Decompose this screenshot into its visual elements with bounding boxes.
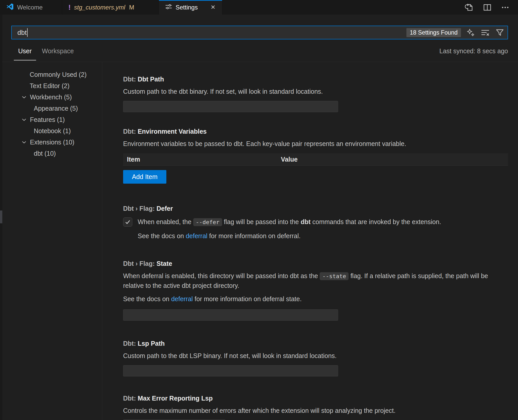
setting-description: When enabled, the --defer flag will be p…: [138, 217, 441, 227]
last-synced-status: Last synced: 8 secs ago: [439, 47, 508, 55]
scrollbar-thumb[interactable]: [0, 211, 2, 223]
defer-flag-code: --defer: [193, 218, 222, 226]
docs-note: See the docs on deferral for more inform…: [123, 294, 508, 304]
open-changes-icon[interactable]: [464, 3, 474, 12]
settings-toc: Commonly Used (2) Text Editor (2) Workbe…: [0, 62, 102, 420]
setting-lsp-path: Dbt: Lsp Path Custom path to the dbt LSP…: [123, 339, 508, 376]
lsp-path-input[interactable]: [123, 365, 338, 376]
chevron-down-icon[interactable]: [21, 139, 27, 145]
left-scrollbar-gutter: [0, 15, 2, 420]
editor-actions: [464, 0, 518, 15]
defer-checkbox-checked[interactable]: [123, 217, 132, 227]
env-vars-table: Item Value: [123, 153, 508, 166]
tab-stg-customers-yml[interactable]: ! stg_customers.yml M: [62, 0, 159, 15]
setting-description: Custom path to the dbt LSP binary. If no…: [123, 351, 508, 361]
column-header-value: Value: [277, 156, 508, 163]
filter-funnel-icon[interactable]: [495, 28, 504, 37]
settings-search-input[interactable]: dbt 18 Settings Found: [11, 26, 508, 39]
add-item-button[interactable]: Add Item: [123, 170, 166, 184]
toc-item-dbt[interactable]: dbt (10): [0, 148, 102, 159]
tab-settings[interactable]: Settings ✕: [159, 0, 222, 15]
git-modified-badge: M: [129, 4, 134, 11]
deferral-docs-link[interactable]: deferral: [171, 295, 193, 302]
setting-description: Environment variables to be passed to db…: [123, 139, 508, 149]
more-actions-icon[interactable]: [501, 3, 510, 12]
docs-note: See the docs on deferral for more inform…: [138, 231, 508, 241]
split-editor-icon[interactable]: [483, 3, 492, 12]
settings-scope-row: User Workspace Last synced: 8 secs ago: [11, 40, 508, 61]
toc-item-notebook[interactable]: Notebook (1): [0, 125, 102, 136]
dbt-path-input[interactable]: [123, 101, 338, 112]
setting-dbt-path: Dbt: Dbt Path Custom path to the dbt bin…: [123, 75, 508, 112]
close-tab-icon[interactable]: ✕: [210, 4, 216, 11]
scope-tab-workspace[interactable]: Workspace: [42, 40, 74, 61]
tab-label: Welcome: [17, 4, 43, 11]
setting-max-error-reporting-lsp: Dbt: Max Error Reporting Lsp Controls th…: [123, 394, 508, 420]
state-path-input[interactable]: [123, 309, 338, 321]
yaml-file-icon: !: [68, 3, 71, 12]
toc-item-appearance[interactable]: Appearance (5): [0, 103, 102, 114]
scope-tab-user[interactable]: User: [18, 40, 32, 61]
settings-body: Commonly Used (2) Text Editor (2) Workbe…: [0, 62, 518, 420]
toc-item-text-editor[interactable]: Text Editor (2): [0, 80, 102, 91]
setting-description: Controls the maximum number of errors af…: [123, 406, 508, 415]
setting-title: Dbt › Flag: State: [123, 259, 508, 268]
deferral-docs-link[interactable]: deferral: [186, 232, 208, 239]
text-cursor: [27, 28, 28, 37]
column-header-item: Item: [123, 156, 277, 163]
tab-welcome[interactable]: Welcome: [0, 0, 62, 15]
setting-flag-state: Dbt › Flag: State When deferral is enabl…: [123, 259, 508, 321]
setting-description: When deferral is enabled, this directory…: [123, 271, 508, 290]
chevron-down-icon[interactable]: [21, 117, 27, 122]
tab-label: Settings: [176, 4, 198, 11]
setting-title: Dbt: Lsp Path: [123, 339, 508, 348]
checkbox-row: When enabled, the --defer flag will be p…: [123, 217, 508, 227]
settings-list: Dbt: Dbt Path Custom path to the dbt bin…: [102, 62, 518, 420]
env-vars-table-header: Item Value: [123, 153, 508, 166]
clear-search-filters-icon[interactable]: [480, 28, 490, 37]
toc-item-extensions[interactable]: Extensions (10): [0, 136, 102, 148]
toc-item-commonly-used[interactable]: Commonly Used (2): [0, 69, 102, 80]
search-query-text: dbt: [17, 29, 27, 37]
setting-flag-defer: Dbt › Flag: Defer When enabled, the --de…: [123, 204, 508, 241]
vscode-logo-icon: [6, 3, 14, 12]
toc-item-features[interactable]: Features (1): [0, 114, 102, 125]
results-count-badge: 18 Settings Found: [406, 28, 461, 37]
editor-tab-bar: Welcome ! stg_customers.yml M Settings ✕: [0, 0, 518, 15]
tab-label: stg_customers.yml: [74, 4, 125, 11]
state-flag-code: --state: [320, 272, 349, 280]
ai-search-sparkle-icon[interactable]: [466, 28, 475, 37]
setting-title: Dbt: Environment Variables: [123, 127, 508, 136]
setting-environment-variables: Dbt: Environment Variables Environment v…: [123, 127, 508, 184]
settings-sliders-icon: [165, 3, 172, 12]
setting-description: Custom path to the dbt binary. If not se…: [123, 87, 508, 96]
setting-title: Dbt › Flag: Defer: [123, 204, 508, 213]
setting-title: Dbt: Dbt Path: [123, 75, 508, 83]
setting-title: Dbt: Max Error Reporting Lsp: [123, 394, 508, 403]
search-controls: 18 Settings Found: [406, 28, 504, 37]
toc-item-workbench[interactable]: Workbench (5): [0, 91, 102, 103]
chevron-down-icon[interactable]: [21, 94, 27, 100]
